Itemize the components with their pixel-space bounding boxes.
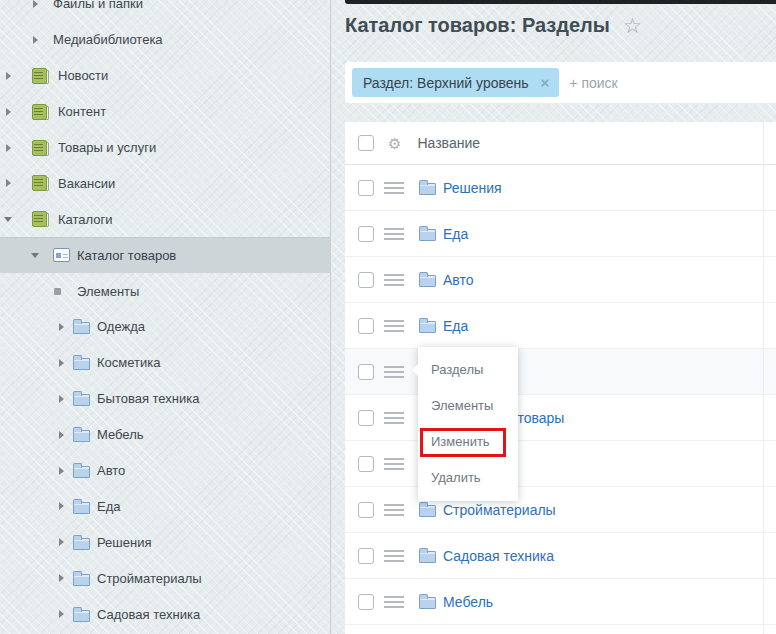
context-menu-item[interactable]: Изменить [418, 424, 518, 460]
sidebar-item[interactable]: Каталоги [0, 201, 330, 237]
section-link[interactable]: Решения [443, 180, 502, 196]
expand-arrow-icon[interactable] [31, 35, 41, 45]
table-row: Авто [345, 257, 776, 303]
row-context-menu: Разделы Элементы Изменить Удалить [418, 347, 518, 501]
chip-close-icon[interactable]: × [541, 74, 550, 91]
expand-arrow-icon[interactable] [4, 71, 14, 81]
sidebar-item[interactable]: Контент [0, 94, 330, 130]
folder-icon [73, 610, 90, 622]
expand-arrow-icon[interactable] [57, 430, 67, 440]
row-checkbox[interactable] [358, 318, 374, 334]
context-menu-item[interactable]: Удалить [418, 460, 518, 496]
sidebar-item[interactable]: Медиабиблиотека [0, 22, 330, 58]
folder-icon [419, 551, 436, 563]
row-menu-icon[interactable] [384, 320, 404, 332]
row-checkbox[interactable] [358, 180, 374, 196]
sidebar-item-label: Каталог товаров [77, 248, 176, 263]
section-link[interactable]: Еда [443, 226, 468, 242]
row-checkbox[interactable] [358, 456, 374, 472]
expand-arrow-icon[interactable] [4, 143, 14, 153]
row-checkbox[interactable] [358, 594, 374, 610]
expand-arrow-icon[interactable] [57, 537, 67, 547]
sidebar-item[interactable]: Новости [0, 58, 330, 94]
row-checkbox[interactable] [358, 272, 374, 288]
row-menu-icon[interactable] [384, 366, 404, 378]
section-link[interactable]: Садовая техника [443, 548, 554, 564]
expand-arrow-icon[interactable] [4, 214, 14, 224]
expand-arrow-icon[interactable] [57, 501, 67, 511]
sidebar-item[interactable]: Файлы и папки [0, 0, 330, 22]
row-menu-icon[interactable] [384, 504, 404, 516]
sidebar-item-label: Косметика [97, 355, 160, 370]
row-menu-icon[interactable] [384, 550, 404, 562]
table-row: Мебель [345, 579, 776, 625]
row-checkbox[interactable] [358, 364, 374, 380]
section-link[interactable]: Мебель [443, 594, 493, 610]
name-column-header[interactable]: Название [417, 135, 480, 151]
table-header-row: ⚙ Название [345, 122, 776, 165]
expand-arrow-icon[interactable] [4, 107, 14, 117]
sidebar-item[interactable]: Косметика [0, 345, 330, 381]
section-link[interactable]: Авто [443, 272, 474, 288]
sidebar-item[interactable]: Стройматериалы [0, 560, 330, 596]
expand-arrow-icon[interactable] [57, 394, 67, 404]
sidebar-item-label: Авто [97, 463, 125, 478]
sidebar-tree: Файлы и папки Медиабиблиотека Новости [0, 0, 330, 632]
row-menu-icon[interactable] [384, 412, 404, 424]
sidebar-item[interactable]: Каталог товаров [0, 237, 330, 273]
gear-icon[interactable]: ⚙ [388, 136, 401, 151]
row-menu-icon[interactable] [384, 274, 404, 286]
page-head: Каталог товаров: Разделы ☆ [345, 14, 642, 37]
sidebar-item-label: Садовая техника [97, 607, 200, 622]
folder-icon [73, 574, 90, 586]
row-checkbox[interactable] [358, 548, 374, 564]
row-checkbox[interactable] [358, 502, 374, 518]
expand-arrow-icon[interactable] [57, 573, 67, 583]
folder-icon [419, 597, 436, 609]
sidebar-item[interactable]: Вакансии [0, 165, 330, 201]
section-link[interactable]: Стройматериалы [443, 502, 556, 518]
sidebar-item[interactable]: Элементы [0, 273, 330, 309]
page-title: Каталог товаров: Разделы [345, 14, 610, 37]
table-row: Садовая техника [345, 533, 776, 579]
expand-arrow-icon[interactable] [57, 466, 67, 476]
section-link[interactable]: Еда [443, 318, 468, 334]
context-menu-item[interactable]: Элементы [418, 388, 518, 424]
sidebar-item[interactable]: Еда [0, 488, 330, 524]
iblock-icon [32, 211, 49, 227]
expand-arrow-icon[interactable] [31, 250, 41, 260]
sidebar-item-label: Одежда [97, 319, 145, 334]
expand-arrow-icon[interactable] [57, 322, 67, 332]
search-placeholder[interactable]: + поиск [569, 75, 617, 91]
favorite-star-icon[interactable]: ☆ [623, 15, 642, 36]
sidebar-item[interactable]: Бытовая техника [0, 381, 330, 417]
sidebar-item[interactable]: Товары и услуги [0, 130, 330, 166]
select-all-checkbox[interactable] [358, 135, 374, 151]
row-checkbox[interactable] [358, 410, 374, 426]
row-menu-icon[interactable] [384, 182, 404, 194]
sidebar-item[interactable]: Авто [0, 453, 330, 489]
expand-arrow-icon[interactable] [4, 178, 14, 188]
table-row: Цифровые товары [345, 395, 776, 441]
sidebar-item[interactable]: Одежда [0, 309, 330, 345]
table-row: Еда [345, 211, 776, 257]
column-divider [763, 122, 764, 634]
filter-chip[interactable]: Раздел: Верхний уровень × [352, 68, 559, 97]
expand-arrow-icon[interactable] [31, 0, 41, 9]
context-menu-item[interactable]: Разделы [418, 352, 518, 388]
expand-arrow-icon[interactable] [57, 358, 67, 368]
folder-icon [419, 183, 436, 195]
table-row: Еда [345, 303, 776, 349]
row-menu-icon[interactable] [384, 228, 404, 240]
sidebar-item-label: Стройматериалы [97, 571, 202, 586]
filter-search-bar[interactable]: Раздел: Верхний уровень × + поиск [345, 62, 776, 103]
row-menu-icon[interactable] [384, 596, 404, 608]
table-row: Стройматериалы [345, 487, 776, 533]
row-menu-icon[interactable] [384, 458, 404, 470]
sidebar-item[interactable]: Решения [0, 524, 330, 560]
table-row: Одежда [345, 441, 776, 487]
sidebar-item[interactable]: Садовая техника [0, 596, 330, 632]
sidebar-item[interactable]: Мебель [0, 417, 330, 453]
row-checkbox[interactable] [358, 226, 374, 242]
expand-arrow-icon[interactable] [57, 609, 67, 619]
